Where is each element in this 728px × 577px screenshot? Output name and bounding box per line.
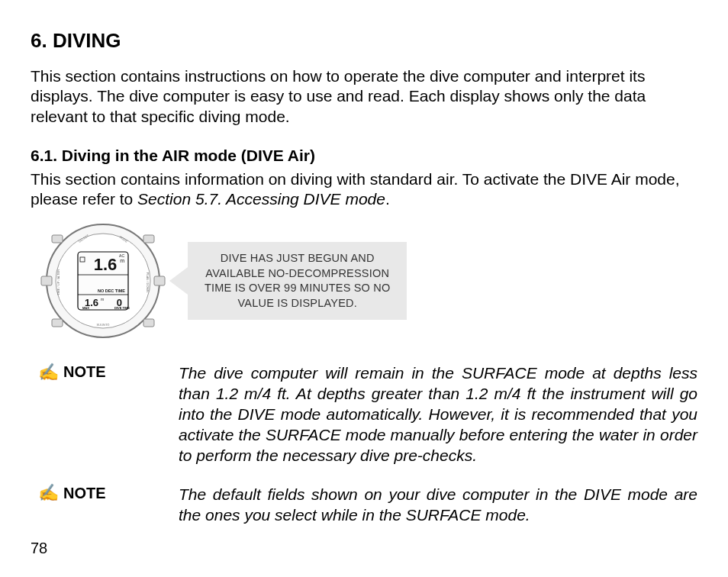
section-body-part2: . [385,190,390,208]
max-depth-unit: m [101,297,104,301]
svg-rect-6 [143,319,154,327]
note-body-2: The default fields shown on your dive co… [179,485,697,526]
note-label: NOTE [63,485,106,502]
note-label-area: ✍ NOTE [31,485,168,502]
svg-rect-2 [143,235,154,243]
note-label-area: ✍ NOTE [31,363,168,381]
note-block-2: ✍ NOTE The default fields shown on your … [31,485,697,526]
depth-value: 1.6 [94,255,118,274]
intro-paragraph: This section contains instructions on ho… [31,66,697,127]
note-icon: ✍ [38,485,59,501]
max-label: MAX [82,306,89,310]
svg-rect-4 [154,276,165,285]
callout-line-1: DIVE HAS JUST BEGUN AND [221,252,375,264]
no-dec-label: NO DEC TIME [98,288,125,293]
callout-box: DIVE HAS JUST BEGUN AND AVAILABLE NO-DEC… [188,242,407,320]
chapter-title: 6. DIVING [31,29,697,53]
callout-line-2: AVAILABLE NO-DECOMPRESSION [205,267,389,279]
divetime-label: DIVE TIME [114,306,130,310]
bezel-bottom: SUUNTO [97,323,110,327]
svg-rect-1 [52,235,63,243]
page-number: 78 [31,540,47,557]
section-body-ref: Section 5.7. Accessing DIVE mode [137,190,385,208]
callout-line-3: TIME IS OVER 99 MINUTES SO NO [205,282,390,294]
svg-rect-5 [52,319,63,327]
svg-rect-3 [41,276,52,285]
section-6-1-title: 6.1. Diving in the AIR mode (DIVE Air) [31,147,697,165]
ac-label: AC [119,253,124,258]
bezel-right: PLAN / DOWN [146,272,150,293]
dive-watch-illustration: 1.6 m AC NO DEC TIME 1.6 m 0 MAX DIVE TI… [38,220,168,342]
depth-unit: m [120,258,124,263]
note-icon: ✍ [38,364,59,381]
section-6-1-body: This section contains information on div… [31,169,697,210]
note-label: NOTE [63,363,106,381]
figure-row: 1.6 m AC NO DEC TIME 1.6 m 0 MAX DIVE TI… [31,220,697,342]
bezel-left: TIME / UP / ALTER [56,269,60,295]
callout-line-4: VALUE IS DISPLAYED. [238,297,357,309]
note-block-1: ✍ NOTE The dive computer will remain in … [31,363,697,466]
note-body-1: The dive computer will remain in the SUR… [179,363,697,466]
